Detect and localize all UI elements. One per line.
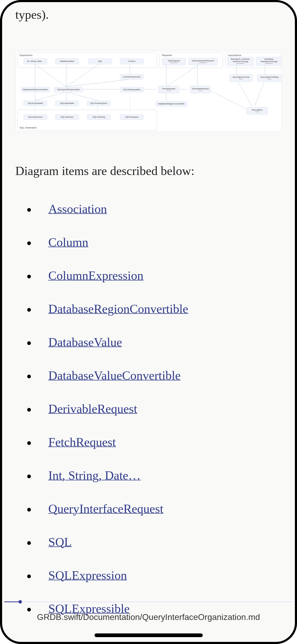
diagram-node-sqlexpressible: SQLExpressible (23, 101, 47, 106)
home-indicator[interactable] (95, 633, 203, 637)
link-int-string-date[interactable]: Int, String, Date… (48, 468, 141, 482)
svg-line-16 (166, 66, 197, 87)
diagram-panel-label: SQL Generation (20, 126, 37, 129)
diagram-node-associationtoone: AssociationToOne(PAT) (229, 74, 253, 82)
diagram-node-sqlsubquery: SQLSubquery (120, 114, 144, 120)
intro-text: Diagram items are described below: (15, 164, 282, 178)
link-fetchrequest[interactable]: FetchRequest (48, 435, 116, 449)
architecture-diagram: Expressions Int, String, Date… DatabaseV… (15, 51, 282, 132)
diagram-node-fetchrequest: FetchRequest(PAT) (158, 86, 179, 93)
diagram-node-sqlrequest: SQLRequest(GENERIC) (162, 58, 186, 65)
list-item: QueryInterfaceRequest (27, 502, 282, 516)
paragraph-fragment: types). (15, 7, 282, 22)
diagram-panel-label: Expressions (20, 54, 32, 57)
diagram-panel-label: Requests (162, 54, 172, 57)
diagram-node-column: Column (120, 58, 144, 64)
svg-line-7 (35, 92, 66, 100)
list-item: FetchRequest (27, 435, 282, 449)
diagram-node-sqlselection: SQLSelection (55, 114, 79, 120)
list-item: ColumnExpression (27, 268, 282, 283)
link-databaseregionconvertible[interactable]: DatabaseRegionConvertible (48, 302, 188, 316)
diagram-node-int-string-date: Int, String, Date… (23, 58, 47, 64)
diagram-node-hasmany: HasMany, HasManyThrough(GENERIC) (256, 57, 282, 66)
reading-progress-fill (4, 601, 21, 602)
svg-line-25 (255, 79, 265, 106)
diagram-node-sqlordering: SQLOrdering (87, 114, 111, 120)
list-item: SQLExpression (27, 568, 282, 582)
diagram-node-sqlsubqueryable: SQLSubqueryable (120, 87, 144, 92)
list-item: Association (27, 202, 282, 216)
list-item: Int, String, Date… (27, 468, 282, 482)
diagram-node-sqlexpression: SQLExpression (23, 114, 47, 120)
link-derivablerequest[interactable]: DerivableRequest (48, 402, 137, 416)
diagram-panel-sqlgeneration: SQL Generation (17, 110, 157, 130)
reading-progress-bar[interactable] (4, 601, 293, 602)
footer-path: GRDB.swift/Documentation/QueryInterfaceO… (2, 612, 295, 622)
link-column[interactable]: Column (48, 235, 88, 249)
link-list: Association Column ColumnExpression Data… (15, 202, 282, 616)
diagram-node-databasevalue: DatabaseValue (55, 58, 79, 64)
diagram-panel-label: Associations (228, 54, 241, 57)
diagram-node-databaseregionconvertible: DatabaseRegionConvertible (155, 101, 187, 107)
list-item: DatabaseValueConvertible (27, 368, 282, 383)
list-item: DerivableRequest (27, 402, 282, 416)
reading-progress-knob[interactable] (18, 600, 22, 604)
svg-line-5 (66, 79, 130, 87)
diagram-node-derivablerequest: DerivableRequest(PAT) (190, 86, 211, 93)
diagram-node-sql: SQL (88, 58, 112, 64)
diagram-node-belongsto-hasone: BelongsTo, HasOne, HasOneThrough(GENERIC… (227, 57, 254, 66)
diagram-node-association: Association(PAT) (247, 107, 268, 114)
link-association[interactable]: Association (48, 202, 107, 216)
link-databasevalue[interactable]: DatabaseValue (48, 335, 122, 349)
diagram-node-associationtomany: AssociationToMany(PAT) (257, 74, 282, 82)
link-queryinterfacerequest[interactable]: QueryInterfaceRequest (48, 502, 163, 516)
diagram-node-columnexpression: ColumnExpression (120, 74, 144, 80)
diagram-node-sqlspecificexpressible: SQLSpecificExpressible (54, 87, 83, 92)
svg-line-24 (237, 79, 252, 106)
diagram-node-sqlselectable: SQLSelectable (55, 101, 79, 106)
svg-line-21 (208, 89, 247, 109)
list-item: DatabaseValue (27, 335, 282, 349)
diagram-node-databasevalueconvertible: DatabaseValueConvertible (21, 87, 50, 92)
diagram-node-sqlorderingterm: SQLOrderingTerm (87, 101, 111, 106)
device-frame: types). (0, 0, 297, 644)
list-item: DatabaseRegionConvertible (27, 302, 282, 316)
link-sqlexpression[interactable]: SQLExpression (48, 568, 127, 582)
list-item: SQL (27, 535, 282, 549)
link-columnexpression[interactable]: ColumnExpression (48, 269, 143, 282)
link-sql[interactable]: SQL (48, 535, 72, 549)
document-content: types). (2, 2, 295, 644)
list-item: Column (27, 235, 282, 249)
link-databasevalueconvertible[interactable]: DatabaseValueConvertible (48, 369, 181, 382)
diagram-node-queryinterfacerequest: QueryInterfaceRequest(GENERIC) (188, 58, 218, 65)
svg-line-9 (66, 92, 97, 100)
